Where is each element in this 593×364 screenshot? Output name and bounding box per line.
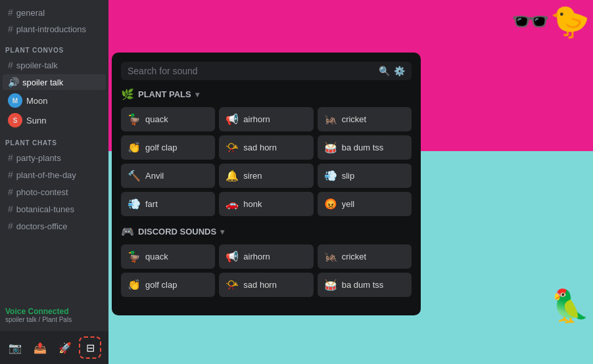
sidebar-bottom-bar: 📷 📤 🚀 ⊟: [0, 331, 108, 364]
sound-button-siren[interactable]: 🔔siren: [219, 164, 313, 188]
sidebar-item-spoiler-talk[interactable]: # spoiler-talk: [3, 57, 106, 73]
sound-button-discord-sad-horn[interactable]: 📯sad horn: [219, 273, 313, 297]
sound-label: Anvil: [145, 171, 164, 181]
section-discord-sounds[interactable]: 🎮 DISCORD SOUNDS ▾: [121, 225, 412, 238]
camera-icon: 📷: [9, 342, 22, 354]
sound-emoji: 👏: [128, 279, 141, 291]
sound-button-honk[interactable]: 🚗honk: [219, 192, 313, 216]
sidebar-item-botanical-tunes[interactable]: # botanical-tunes: [3, 201, 106, 217]
sound-button-discord-cricket[interactable]: 🦗cricket: [318, 244, 412, 269]
sound-emoji: 🚗: [225, 198, 239, 210]
plant-pals-grid: 🦆quack📢airhorn🦗cricket👏golf clap📯sad hor…: [121, 107, 412, 216]
hash-icon: #: [8, 170, 13, 180]
sound-label: golf clap: [145, 280, 177, 290]
search-icon[interactable]: 🔍: [379, 66, 390, 76]
discord-sounds-icon: 🎮: [121, 225, 134, 238]
sound-emoji: 📯: [225, 279, 239, 291]
sidebar-item-plant-of-the-day[interactable]: # plant-of-the-day: [3, 167, 106, 183]
sound-label: yell: [342, 199, 355, 209]
section-header-plant-convos: PLANT CONVOS: [0, 37, 108, 57]
sound-button-discord-airhorn[interactable]: 📢airhorn: [219, 244, 313, 269]
sound-emoji: 🦗: [324, 250, 337, 263]
avatar-sunn: S: [8, 113, 22, 127]
voice-connected-status: Voice Connected spoiler talk / Plant Pal…: [0, 303, 108, 327]
hash-icon: #: [8, 24, 13, 34]
chevron-down-icon: ▾: [220, 227, 224, 237]
section-header-plant-chats: PLANT CHATS: [0, 130, 108, 149]
discord-sounds-grid: 🦆quack📢airhorn🦗cricket👏golf clap📯sad hor…: [121, 244, 412, 297]
main-area: 🕶️🐤 🦜 🔍 ⚙️ 🌿 PLANT PALS ▾ 🦆quack📢airhorn…: [108, 0, 593, 364]
hash-icon: #: [8, 60, 13, 70]
sound-label: cricket: [342, 114, 367, 124]
sidebar-item-plant-introductions[interactable]: # plant-introductions: [3, 21, 106, 37]
search-bar: 🔍 ⚙️: [121, 62, 412, 80]
sound-emoji: 💨: [128, 198, 141, 210]
speaker-icon: 🔊: [8, 77, 19, 87]
camera-button[interactable]: 📷: [4, 336, 26, 359]
sound-button-quack[interactable]: 🦆quack: [121, 107, 215, 131]
gear-icon[interactable]: ⚙️: [394, 66, 405, 76]
sidebar-item-spoiler-talk-voice[interactable]: 🔊 spoiler talk: [3, 74, 106, 90]
sound-label: honk: [243, 199, 262, 209]
sound-button-golf-clap[interactable]: 👏golf clap: [121, 135, 215, 160]
sound-label: cricket: [342, 252, 367, 262]
user-item-moon[interactable]: M Moon: [3, 91, 106, 110]
sidebar-item-photo-contest[interactable]: # photo-contest: [3, 184, 106, 200]
sound-label: airhorn: [243, 114, 270, 124]
sound-label: sad horn: [243, 143, 277, 152]
sound-label: ba dum tss: [342, 280, 384, 290]
sound-button-fart[interactable]: 💨fart: [121, 192, 215, 216]
hash-icon: #: [8, 221, 13, 231]
hash-icon: #: [8, 204, 13, 214]
sound-button-discord-quack[interactable]: 🦆quack: [121, 244, 215, 269]
sound-emoji: 😡: [324, 198, 337, 210]
sound-button-slip[interactable]: 💨slip: [318, 164, 412, 188]
hash-icon: #: [8, 187, 13, 197]
sound-emoji: 🦆: [128, 113, 141, 125]
sidebar: # general # plant-introductions PLANT CO…: [0, 0, 108, 364]
screen-share-button[interactable]: 📤: [29, 336, 51, 359]
sound-emoji: 📯: [225, 141, 239, 154]
search-input[interactable]: [128, 66, 375, 76]
sound-emoji: 🦆: [128, 250, 141, 263]
sidebar-item-doctors-office[interactable]: # doctors-office: [3, 218, 106, 234]
sound-label: airhorn: [243, 252, 270, 262]
sound-emoji: 🥁: [324, 279, 337, 291]
sticker-bottom-right: 🦜: [550, 288, 590, 325]
section-plant-pals[interactable]: 🌿 PLANT PALS ▾: [121, 88, 412, 101]
sound-button-Anvil[interactable]: 🔨Anvil: [121, 164, 215, 188]
sound-emoji: 🔨: [128, 170, 141, 182]
sound-emoji: 💨: [324, 170, 337, 182]
screen-share-icon: 📤: [34, 342, 47, 354]
voice-connected-sub: spoiler talk / Plant Pals: [5, 316, 103, 323]
sidebar-item-general[interactable]: # general: [3, 5, 106, 20]
hash-icon: #: [8, 7, 13, 18]
plant-pals-icon: 🌿: [121, 88, 134, 101]
voice-connected-label: Voice Connected: [5, 307, 103, 316]
sound-label: ba dum tss: [342, 143, 384, 152]
sound-panel: 🔍 ⚙️ 🌿 PLANT PALS ▾ 🦆quack📢airhorn🦗crick…: [112, 53, 421, 315]
sound-label: quack: [145, 114, 168, 124]
chevron-down-icon: ▾: [195, 90, 199, 99]
sound-button-airhorn[interactable]: 📢airhorn: [219, 107, 313, 131]
sound-emoji: 📢: [225, 250, 239, 263]
activity-button[interactable]: 🚀: [54, 336, 76, 359]
sound-label: siren: [243, 171, 262, 181]
sound-emoji: 🦗: [324, 113, 337, 125]
sound-label: fart: [145, 199, 158, 209]
sound-button-discord-ba-dum-tss[interactable]: 🥁ba dum tss: [318, 273, 412, 297]
soundboard-button[interactable]: ⊟: [79, 336, 101, 359]
sound-label: sad horn: [243, 280, 277, 290]
user-item-sunn[interactable]: S Sunn: [3, 111, 106, 129]
sound-button-sad-horn[interactable]: 📯sad horn: [219, 135, 313, 160]
sound-button-discord-golf-clap[interactable]: 👏golf clap: [121, 273, 215, 297]
sticker-top-right: 🕶️🐤: [511, 3, 590, 40]
sound-emoji: 🥁: [324, 141, 337, 154]
rocket-icon: 🚀: [59, 342, 72, 354]
avatar-moon: M: [8, 93, 22, 108]
sidebar-item-party-plants[interactable]: # party-plants: [3, 150, 106, 166]
sound-button-ba-dum-tss[interactable]: 🥁ba dum tss: [318, 135, 412, 160]
sound-button-yell[interactable]: 😡yell: [318, 192, 412, 216]
sound-emoji: 👏: [128, 141, 141, 154]
sound-button-cricket[interactable]: 🦗cricket: [318, 107, 412, 131]
